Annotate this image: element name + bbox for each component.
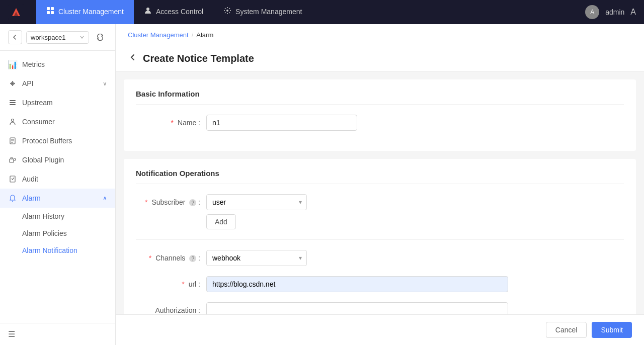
svg-rect-12: [10, 104, 16, 105]
sidebar-item-api[interactable]: API ∨: [0, 74, 115, 93]
sidebar-subitem-alarm-notification[interactable]: Alarm Notification: [0, 242, 115, 259]
svg-rect-19: [11, 157, 13, 159]
sidebar-item-global-plugin[interactable]: Global Plugin: [0, 150, 115, 169]
url-control: [206, 276, 508, 292]
sidebar-consumer-label: Consumer: [22, 118, 107, 126]
subscriber-control: user admin all ▾ Add: [206, 194, 508, 229]
back-button[interactable]: [8, 30, 22, 44]
plugin-icon: [8, 155, 17, 164]
channels-label: * Channels ? :: [136, 250, 206, 262]
url-label: * url :: [136, 276, 206, 288]
nav-tab-access-label: Access Control: [156, 8, 203, 16]
channels-control: webhook email slack ▾: [206, 250, 508, 266]
nav-tab-system[interactable]: System Management: [213, 0, 312, 24]
nav-tab-access[interactable]: Access Control: [134, 0, 213, 24]
url-input[interactable]: [206, 276, 508, 292]
workspace-selector[interactable]: workspace1: [26, 31, 89, 44]
protocol-icon: [8, 136, 17, 145]
svg-rect-6: [51, 11, 54, 14]
authorization-label: Authorization :: [136, 302, 206, 314]
nav-tab-cluster-label: Cluster Management: [58, 8, 124, 16]
page-header: Create Notice Template: [116, 44, 644, 71]
admin-label: admin: [605, 8, 624, 16]
submit-button[interactable]: Submit: [592, 322, 632, 338]
logo: [8, 4, 24, 20]
sidebar-metrics-label: Metrics: [22, 60, 107, 68]
alarm-chevron-icon: ∧: [103, 195, 107, 202]
svg-rect-10: [10, 100, 16, 101]
authorization-row: Authorization :: [136, 302, 624, 314]
subscriber-row: * Subscriber ? : user admin all ▾: [136, 194, 624, 229]
workspace-label: workspace1: [31, 34, 65, 41]
svg-rect-20: [10, 176, 15, 182]
consumer-icon: [8, 117, 17, 126]
nav-tab-system-label: System Management: [235, 8, 302, 16]
authorization-input[interactable]: [206, 302, 508, 314]
notification-section: Notification Operations * Subscriber ? :…: [124, 159, 636, 314]
notification-section-title: Notification Operations: [136, 169, 624, 184]
name-control: [206, 115, 508, 131]
channels-select[interactable]: webhook email slack: [206, 250, 307, 266]
api-icon: [8, 79, 17, 88]
sidebar-item-metrics[interactable]: 📊 Metrics: [0, 55, 115, 74]
breadcrumb-current: Alarm: [196, 31, 213, 39]
cluster-nav-icon: [46, 7, 54, 17]
subscriber-select-wrapper: user admin all ▾: [206, 194, 307, 210]
cancel-button[interactable]: Cancel: [546, 322, 587, 338]
subscriber-select[interactable]: user admin all: [206, 194, 307, 210]
sidebar-subitem-alarm-history[interactable]: Alarm History: [0, 208, 115, 225]
breadcrumb: Cluster Management / Alarm: [116, 24, 644, 44]
upstream-icon: [8, 98, 17, 107]
sidebar-menu: 📊 Metrics API ∨ Upstream Consu: [0, 51, 115, 323]
access-nav-icon: [144, 7, 152, 17]
sidebar-alarm-label: Alarm: [22, 194, 98, 202]
basic-info-section: Basic Information * Name :: [124, 79, 636, 151]
collapse-icon[interactable]: ☰: [8, 330, 15, 338]
system-nav-icon: [223, 7, 231, 17]
sidebar-item-audit[interactable]: Audit: [0, 169, 115, 189]
svg-rect-3: [47, 7, 50, 10]
avatar: A: [585, 5, 599, 19]
channels-select-wrapper: webhook email slack ▾: [206, 250, 307, 266]
subscriber-help-icon[interactable]: ?: [189, 199, 196, 206]
channels-row: * Channels ? : webhook email slack ▾: [136, 250, 624, 266]
sidebar: workspace1 📊 Metrics API ∨: [0, 24, 116, 345]
sidebar-subitem-alarm-policies[interactable]: Alarm Policies: [0, 225, 115, 242]
name-label: * Name :: [136, 115, 206, 127]
sidebar-protocol-label: Protocol Buffers: [22, 137, 107, 145]
sidebar-item-alarm[interactable]: Alarm ∧: [0, 189, 115, 208]
sidebar-item-upstream[interactable]: Upstream: [0, 93, 115, 112]
svg-rect-18: [10, 159, 14, 162]
add-subscriber-button[interactable]: Add: [206, 214, 236, 229]
svg-point-13: [12, 119, 14, 122]
sidebar-item-consumer[interactable]: Consumer: [0, 112, 115, 131]
svg-point-21: [12, 201, 13, 202]
sidebar-item-protocol-buffers[interactable]: Protocol Buffers: [0, 131, 115, 150]
svg-rect-11: [10, 102, 16, 103]
footer-actions: Cancel Submit: [116, 314, 644, 345]
refresh-button[interactable]: [93, 30, 107, 44]
nav-tab-cluster[interactable]: Cluster Management: [36, 0, 134, 24]
alarm-icon: [8, 194, 17, 203]
channels-help-icon[interactable]: ?: [189, 255, 196, 262]
sidebar-upstream-label: Upstream: [22, 99, 107, 107]
form-divider: [136, 239, 624, 240]
lang-icon[interactable]: A: [630, 8, 636, 17]
nav-tabs: Cluster Management Access Control System…: [36, 0, 312, 24]
subscriber-label: * Subscriber ? :: [136, 194, 206, 206]
nav-right: A admin A: [585, 5, 636, 19]
url-row: * url :: [136, 276, 624, 292]
form-area: Basic Information * Name : Notification …: [116, 71, 644, 314]
breadcrumb-parent[interactable]: Cluster Management: [128, 31, 189, 39]
svg-rect-4: [51, 7, 54, 10]
sidebar-footer: ☰: [0, 323, 115, 345]
page-back-button[interactable]: [128, 52, 138, 65]
name-input[interactable]: [206, 115, 357, 131]
sidebar-api-label: API: [22, 79, 98, 88]
basic-section-title: Basic Information: [136, 90, 624, 105]
name-row: * Name :: [136, 115, 624, 131]
svg-rect-5: [47, 11, 50, 14]
page-title: Create Notice Template: [143, 53, 254, 64]
breadcrumb-separator: /: [192, 31, 194, 39]
sidebar-plugin-label: Global Plugin: [22, 156, 107, 164]
